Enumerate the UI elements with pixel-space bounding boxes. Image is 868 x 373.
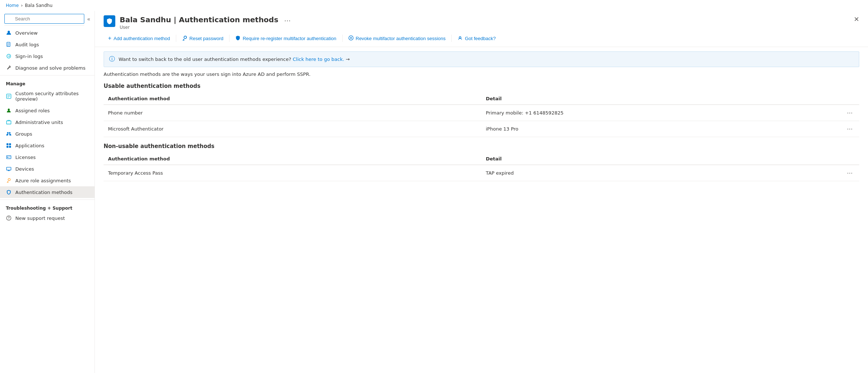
sidebar-item-licenses[interactable]: Licenses <box>0 151 94 163</box>
search-input[interactable] <box>4 14 84 24</box>
sidebar-navigation: Overview Audit logs Sign-in logs Diagnos… <box>0 27 94 373</box>
svg-point-16 <box>7 156 9 158</box>
non-usable-col-action <box>821 153 859 165</box>
sidebar-item-custom-security[interactable]: Custom security attributes (preview) <box>0 88 94 105</box>
sidebar-item-diagnose[interactable]: Diagnose and solve problems <box>0 62 94 74</box>
sidebar-item-devices-label: Devices <box>15 166 34 172</box>
sidebar-item-auth-methods-label: Authentication methods <box>15 190 73 195</box>
sidebar-item-applications-label: Applications <box>15 143 44 148</box>
feedback-icon <box>458 35 463 42</box>
banner-arrow: → <box>346 57 350 62</box>
sidebar-item-sign-in-logs[interactable]: Sign-in logs <box>0 50 94 62</box>
licenses-icon <box>6 154 12 160</box>
add-method-label: Add authentication method <box>113 36 170 41</box>
sidebar-item-applications[interactable]: Applications <box>0 140 94 151</box>
sidebar-item-assigned-roles-label: Assigned roles <box>15 108 50 113</box>
usable-row-1-ellipsis-button[interactable]: ⋯ <box>845 125 855 133</box>
sidebar-item-auth-methods[interactable]: Authentication methods <box>0 186 94 198</box>
sidebar-item-sign-in-label: Sign-in logs <box>15 54 43 59</box>
wrench-icon <box>6 65 12 71</box>
sidebar-item-admin-units[interactable]: Administrative units <box>0 116 94 128</box>
revoke-mfa-button[interactable]: Revoke multifactor authentication sessio… <box>344 33 450 44</box>
non-usable-auth-table: Authentication method Detail Temporary A… <box>104 153 859 181</box>
sidebar-item-overview-label: Overview <box>15 30 38 36</box>
reset-password-button[interactable]: Reset password <box>178 33 228 44</box>
table-row: Microsoft Authenticator iPhone 13 Pro ⋯ <box>104 121 859 137</box>
sidebar-item-admin-units-label: Administrative units <box>15 120 63 125</box>
svg-rect-17 <box>7 167 11 170</box>
toolbar-sep-2 <box>229 35 229 42</box>
signin-icon <box>6 53 12 59</box>
svg-rect-8 <box>7 121 11 124</box>
sidebar-item-assigned-roles[interactable]: Assigned roles <box>0 105 94 116</box>
custom-security-icon <box>6 93 12 99</box>
page-subtitle: User <box>120 25 278 30</box>
collapse-button[interactable]: « <box>86 15 92 23</box>
sidebar-item-azure-role[interactable]: Azure role assignments <box>0 175 94 186</box>
sidebar-item-groups-label: Groups <box>15 131 32 137</box>
svg-rect-11 <box>7 143 8 145</box>
svg-point-9 <box>7 132 8 133</box>
non-usable-row-0-detail: TAP expired <box>482 165 822 181</box>
usable-row-1-action: ⋯ <box>821 121 859 137</box>
doc-icon <box>6 42 12 47</box>
usable-row-1-detail: iPhone 13 Pro <box>482 121 822 137</box>
admin-units-icon <box>6 119 12 125</box>
page-description: Authentication methods are the ways your… <box>104 71 859 77</box>
key-icon <box>6 178 12 183</box>
feedback-label: Got feedback? <box>465 36 496 41</box>
sidebar-item-azure-role-label: Azure role assignments <box>15 178 71 183</box>
shield-icon <box>6 189 12 195</box>
sidebar-item-audit-logs-label: Audit logs <box>15 42 39 47</box>
require-reregister-label: Require re-register multifactor authenti… <box>243 36 336 41</box>
non-usable-row-0-ellipsis-button[interactable]: ⋯ <box>845 169 855 177</box>
svg-rect-12 <box>9 143 11 145</box>
sidebar-item-new-support-label: New support request <box>15 215 65 221</box>
header-ellipsis-button[interactable]: ⋯ <box>283 15 292 26</box>
sidebar: « Overview Audit logs Sign-in logs <box>0 11 95 373</box>
require-reregister-button[interactable]: Require re-register multifactor authenti… <box>231 33 341 44</box>
banner-text: Want to switch back to the old user auth… <box>119 57 350 62</box>
non-usable-col-detail: Detail <box>482 153 822 165</box>
table-row: Phone number Primary mobile: +1 61485928… <box>104 105 859 121</box>
support-icon <box>6 215 12 221</box>
key-icon <box>182 35 187 42</box>
nav-divider-1 <box>0 75 94 75</box>
toolbar-sep-3 <box>342 35 343 42</box>
sidebar-item-overview[interactable]: Overview <box>0 27 94 39</box>
info-banner: ⓘ Want to switch back to the old user au… <box>104 51 859 67</box>
breadcrumb-home[interactable]: Home <box>6 3 19 8</box>
usable-auth-table: Authentication method Detail Phone numbe… <box>104 93 859 137</box>
sidebar-item-groups[interactable]: Groups <box>0 128 94 140</box>
non-usable-row-0-method: Temporary Access Pass <box>104 165 482 181</box>
usable-row-0-detail: Primary mobile: +1 6148592825 <box>482 105 822 121</box>
add-authentication-method-button[interactable]: + Add authentication method <box>104 33 174 44</box>
person-icon <box>6 30 12 36</box>
close-button[interactable]: ✕ <box>854 15 859 23</box>
assigned-roles-icon <box>6 108 12 113</box>
usable-row-0-ellipsis-button[interactable]: ⋯ <box>845 109 855 117</box>
sidebar-item-devices[interactable]: Devices <box>0 163 94 175</box>
svg-rect-13 <box>7 146 8 148</box>
non-usable-row-0-action: ⋯ <box>821 165 859 181</box>
shield-toolbar-icon <box>235 35 240 42</box>
usable-row-0-method: Phone number <box>104 105 482 121</box>
info-icon: ⓘ <box>109 55 115 63</box>
add-icon: + <box>108 35 111 42</box>
feedback-button[interactable]: Got feedback? <box>453 33 500 44</box>
toolbar: + Add authentication method Reset passwo… <box>95 30 868 47</box>
groups-icon <box>6 131 12 137</box>
svg-point-21 <box>8 219 9 219</box>
svg-point-10 <box>9 132 10 133</box>
usable-col-method: Authentication method <box>104 93 482 105</box>
toolbar-sep-1 <box>176 35 176 42</box>
table-row: Temporary Access Pass TAP expired ⋯ <box>104 165 859 181</box>
sidebar-item-new-support[interactable]: New support request <box>0 212 94 224</box>
page-header: Bala Sandhu | Authentication methods Use… <box>95 11 868 30</box>
sidebar-item-licenses-label: Licenses <box>15 155 36 160</box>
sidebar-item-audit-logs[interactable]: Audit logs <box>0 39 94 50</box>
non-usable-section-title: Non-usable authentication methods <box>104 143 859 149</box>
reset-password-label: Reset password <box>189 36 223 41</box>
revoke-icon <box>348 35 354 42</box>
banner-link[interactable]: Click here to go back. <box>293 57 344 62</box>
